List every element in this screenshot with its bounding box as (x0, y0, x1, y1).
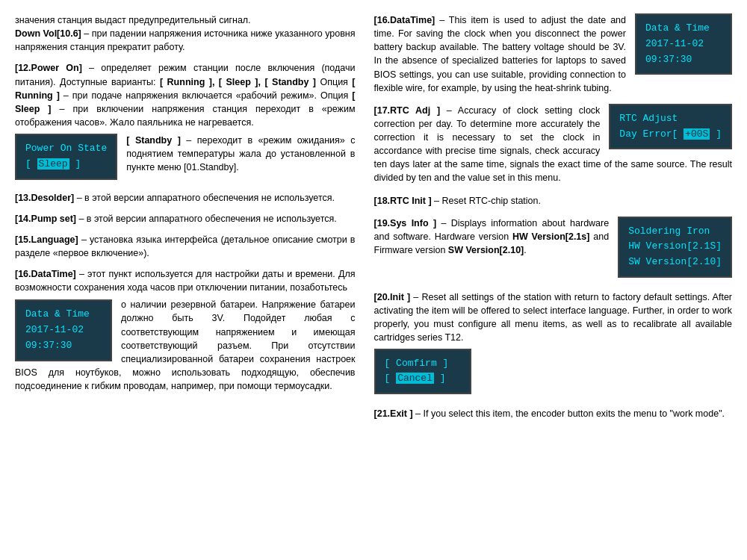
intro-section: значения станция выдаст предупредительны… (15, 13, 356, 54)
down-vol-label: Down Vol[10.6] (15, 28, 81, 39)
s16r-title: [16.DataTime] (374, 15, 436, 25)
lcd1-line1: Power On State (25, 141, 107, 157)
page: значения станция выдаст предупредительны… (0, 0, 747, 560)
lcd3-line2: 2017-11-02 (645, 37, 722, 52)
lcd6-line2: [ Cancel ] (385, 371, 461, 387)
lcd1-line2: [ Sleep ] (25, 157, 107, 172)
s18-text: – Reset RTC-chip station. (432, 196, 541, 206)
section-15: [15.Language] – установка языка интерфей… (15, 233, 356, 260)
lcd-datetime-right: Data & Time 2017-11-02 09:37:30 (635, 13, 732, 75)
s12-sleep: [ Sleep ], (219, 77, 261, 87)
s20-title: [20.Init ] (374, 292, 411, 302)
lcd5-line1: Soldering Iron (628, 224, 722, 240)
s14-text: – в этой версии аппаратного обеспечения … (76, 214, 337, 224)
lcd-sys-info: Soldering Iron HW Version[2.1S] SW Versi… (618, 217, 732, 278)
s16-title: [16.DataTime] (15, 269, 76, 279)
s12-standby: [ Standby ] (264, 77, 316, 87)
lcd5-line3: SW Version[2.10] (628, 255, 722, 270)
s21-text: – If you select this item, the encoder b… (413, 408, 725, 419)
lcd-datetime-left: Data & Time 2017-11-02 09:37:30 (15, 299, 112, 361)
left-column: значения станция выдаст предупредительны… (15, 13, 367, 547)
s19-hw: HW Version[2.1s] (512, 231, 589, 242)
lcd-power-on-state: Power On State [ Sleep ] (15, 134, 117, 180)
s15-title: [15.Language] (15, 234, 78, 245)
s19-fw: SW Version[2.10] (448, 245, 524, 255)
lcd4-line1: RTC Adjust (619, 111, 722, 127)
section-13: [13.Desolder] – в этой версии аппаратног… (15, 191, 356, 205)
section-16-right: Data & Time 2017-11-02 09:37:30 [16.Data… (374, 13, 732, 95)
section-21: [21.Exit ] – If you select this item, th… (374, 407, 732, 420)
section-17: RTC Adjust Day Error[ +00S ] [17.RTC Adj… (374, 104, 732, 185)
lcd4-line2: Day Error[ +00S ] (619, 127, 722, 143)
s21-title: [21.Exit ] (374, 408, 413, 419)
s19-title: [19.Sys Info ] (374, 218, 437, 228)
lcd-init: [ Comfirm ] [ Cancel ] (374, 349, 471, 395)
s19-and: and (589, 231, 609, 242)
s19-dot: . (524, 245, 526, 255)
section-20: [20.Init ] – Reset all settings of the s… (374, 290, 732, 398)
s12-standby-label: [ Standby ] (126, 135, 181, 146)
section-12: [12.Power On] – определяет режим станции… (15, 61, 356, 183)
s18-title: [18.RTC Init ] (374, 196, 432, 206)
s12-running: [ Running ], (160, 77, 214, 87)
s12-title: [12.Power On] (15, 63, 82, 73)
s19-fw-label: Firmware version (374, 245, 448, 255)
section-18: [18.RTC Init ] – Reset RTC-chip station. (374, 194, 732, 208)
s13-text: – в этой версии аппаратного обеспечения … (74, 193, 335, 203)
section-16-left: [16.DataTime] – этот пункт используется … (15, 267, 356, 393)
lcd6-highlight: Cancel (396, 373, 434, 384)
lcd4-highlight: +00S (684, 128, 710, 140)
lcd5-line2: HW Version[2.1S] (628, 239, 722, 255)
section-14: [14.Pump set] – в этой версии аппаратног… (15, 212, 356, 225)
s20-text: – Reset all settings of the station with… (374, 292, 732, 343)
lcd2-line1: Data & Time (25, 307, 102, 323)
lcd2-line3: 09:37:30 (25, 338, 102, 354)
s17-title: [17.RTC Adj ] (374, 105, 441, 116)
s14-title: [14.Pump set] (15, 214, 76, 224)
lcd1-highlight: Sleep (37, 158, 69, 169)
s13-title: [13.Desolder] (15, 193, 74, 203)
section-19: Soldering Iron HW Version[2.1S] SW Versi… (374, 217, 732, 281)
intro-text: значения станция выдаст предупредительны… (15, 15, 251, 25)
lcd6-line1: [ Comfirm ] (385, 356, 461, 372)
lcd3-line1: Data & Time (645, 21, 722, 37)
s16r-text: – This item is used to adjust the date a… (374, 15, 626, 93)
lcd3-line3: 09:37:30 (645, 52, 722, 68)
lcd2-line2: 2017-11-02 (25, 323, 102, 338)
right-column: Data & Time 2017-11-02 09:37:30 [16.Data… (367, 13, 732, 547)
lcd-rtc-adjust: RTC Adjust Day Error[ +00S ] (609, 104, 732, 150)
